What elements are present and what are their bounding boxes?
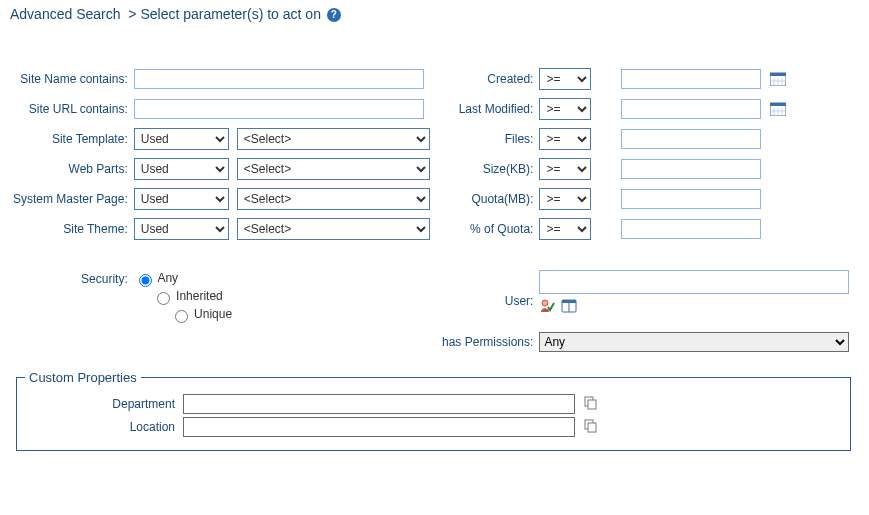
svg-rect-14: [562, 300, 576, 303]
calendar-icon[interactable]: [770, 101, 786, 119]
svg-point-12: [542, 300, 548, 306]
permissions-select[interactable]: Any: [539, 332, 849, 352]
search-form: Site Name contains: Created: >= Site URL…: [0, 24, 869, 467]
theme-used-select[interactable]: Used: [134, 218, 229, 240]
label-department: Department: [25, 397, 183, 411]
label-last-modified: Last Modified:: [437, 94, 536, 124]
label-user: User:: [437, 266, 536, 328]
copy-icon[interactable]: [583, 396, 599, 413]
quota-op-select[interactable]: >=: [539, 188, 591, 210]
svg-rect-17: [588, 400, 596, 409]
lastmod-op-select[interactable]: >=: [539, 98, 591, 120]
breadcrumb: Advanced Search > Select parameter(s) to…: [0, 0, 869, 24]
master-select[interactable]: <Select>: [237, 188, 430, 210]
label-has-permissions: has Permissions:: [437, 328, 536, 356]
svg-rect-1: [770, 73, 786, 76]
quota-input[interactable]: [621, 189, 761, 209]
label-system-master: System Master Page:: [10, 184, 131, 214]
svg-rect-19: [588, 423, 596, 432]
breadcrumb-sep: >: [128, 6, 136, 22]
label-site-template: Site Template:: [10, 124, 131, 154]
security-inherited-radio[interactable]: [157, 292, 170, 305]
security-any-option[interactable]: Any: [134, 270, 434, 288]
label-security: Security:: [10, 266, 131, 328]
label-size-kb: Size(KB):: [437, 154, 536, 184]
label-site-url: Site URL contains:: [10, 94, 131, 124]
department-input[interactable]: [183, 394, 575, 414]
master-used-select[interactable]: Used: [134, 188, 229, 210]
label-pct-quota: % of Quota:: [437, 214, 536, 244]
security-unique-radio[interactable]: [175, 310, 188, 323]
size-input[interactable]: [621, 159, 761, 179]
label-created: Created:: [437, 64, 536, 94]
size-op-select[interactable]: >=: [539, 158, 591, 180]
webparts-used-select[interactable]: Used: [134, 158, 229, 180]
files-input[interactable]: [621, 129, 761, 149]
security-inherited-label: Inherited: [176, 289, 223, 303]
calendar-icon[interactable]: [770, 71, 786, 89]
security-inherited-option[interactable]: Inherited: [152, 288, 434, 306]
pctquota-input[interactable]: [621, 219, 761, 239]
lastmod-input[interactable]: [621, 99, 761, 119]
svg-rect-7: [770, 103, 786, 106]
template-select[interactable]: <Select>: [237, 128, 430, 150]
created-input[interactable]: [621, 69, 761, 89]
copy-icon[interactable]: [583, 419, 599, 436]
breadcrumb-current: Select parameter(s) to act on: [140, 6, 321, 22]
label-site-name: Site Name contains:: [10, 64, 131, 94]
cp-row-department: Department: [25, 394, 842, 414]
files-op-select[interactable]: >=: [539, 128, 591, 150]
form-table: Site Name contains: Created: >= Site URL…: [10, 64, 859, 356]
custom-properties-legend: Custom Properties: [25, 370, 141, 385]
security-unique-option[interactable]: Unique: [170, 306, 434, 324]
site-name-input[interactable]: [134, 69, 424, 89]
theme-select[interactable]: <Select>: [237, 218, 430, 240]
security-unique-label: Unique: [194, 307, 232, 321]
breadcrumb-root[interactable]: Advanced Search: [10, 6, 121, 22]
security-any-label: Any: [157, 271, 178, 285]
label-files: Files:: [437, 124, 536, 154]
created-op-select[interactable]: >=: [539, 68, 591, 90]
custom-properties: Custom Properties Department Location: [16, 370, 851, 451]
template-used-select[interactable]: Used: [134, 128, 229, 150]
cp-row-location: Location: [25, 417, 842, 437]
browse-icon[interactable]: [561, 298, 579, 312]
security-any-radio[interactable]: [139, 274, 152, 287]
label-site-theme: Site Theme:: [10, 214, 131, 244]
check-name-icon[interactable]: [539, 298, 560, 312]
pctquota-op-select[interactable]: >=: [539, 218, 591, 240]
site-url-input[interactable]: [134, 99, 424, 119]
label-location: Location: [25, 420, 183, 434]
help-icon[interactable]: ?: [327, 8, 341, 22]
label-web-parts: Web Parts:: [10, 154, 131, 184]
label-quota-mb: Quota(MB):: [437, 184, 536, 214]
webparts-select[interactable]: <Select>: [237, 158, 430, 180]
location-input[interactable]: [183, 417, 575, 437]
user-input[interactable]: [539, 270, 849, 294]
